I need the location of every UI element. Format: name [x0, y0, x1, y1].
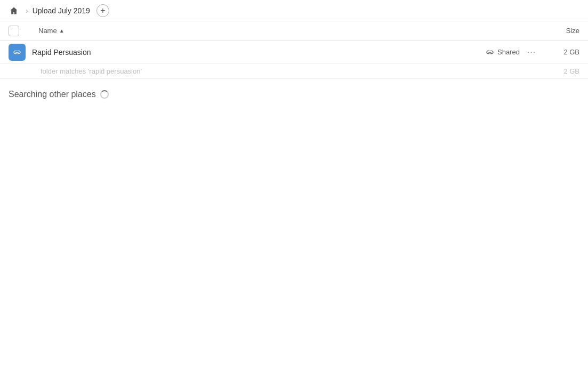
sort-arrow-icon: ▲ — [59, 28, 65, 34]
shared-link-icon — [486, 48, 494, 57]
folder-match-row: folder matches 'rapid persuasion' 2 GB — [0, 64, 588, 79]
searching-other-places-text: Searching other places — [9, 90, 96, 99]
loading-spinner — [100, 90, 109, 99]
file-size: 2 GB — [547, 48, 579, 56]
column-headers: Name ▲ Size — [0, 21, 588, 41]
select-all-checkbox[interactable] — [9, 26, 19, 36]
shared-label: Shared — [497, 48, 520, 56]
folder-match-size: 2 GB — [547, 67, 579, 75]
top-bar: › Upload July 2019 + — [0, 0, 588, 21]
name-column-header[interactable]: Name ▲ — [38, 27, 543, 35]
shared-area: Shared — [486, 48, 520, 57]
searching-row: Searching other places — [0, 79, 588, 110]
add-button[interactable]: + — [96, 4, 109, 17]
folder-match-text: folder matches 'rapid persuasion' — [41, 67, 547, 75]
file-icon — [9, 44, 26, 61]
home-button[interactable] — [6, 3, 21, 18]
breadcrumb-separator: › — [26, 6, 28, 15]
name-column-label: Name — [38, 27, 57, 35]
file-row[interactable]: Rapid Persuasion Shared ··· 2 GB — [0, 41, 588, 64]
size-column-header: Size — [547, 27, 579, 35]
more-options-button[interactable]: ··· — [524, 45, 539, 60]
breadcrumb-title: Upload July 2019 — [33, 6, 90, 15]
file-name: Rapid Persuasion — [32, 48, 486, 57]
